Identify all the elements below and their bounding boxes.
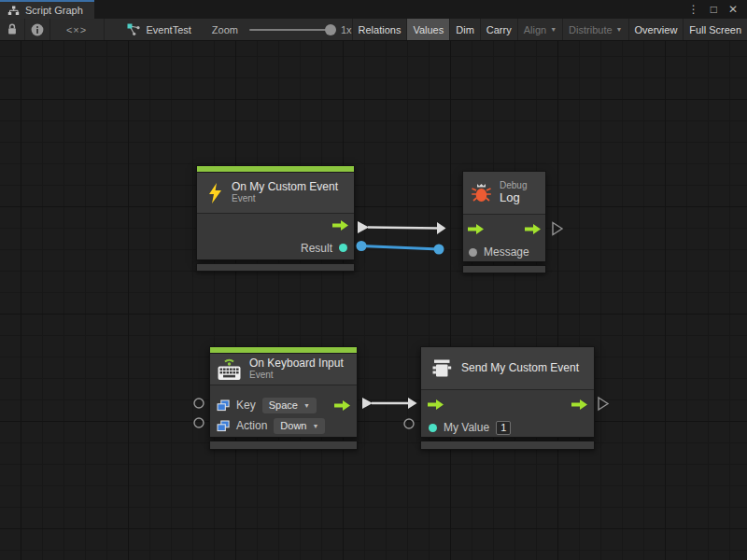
bug-icon [471,182,492,203]
align-dropdown[interactable]: Align ▼ [517,19,562,40]
unconnected-port-key [194,399,204,408]
node-title: On My Custom Event [232,181,338,194]
graph-asset-icon [127,23,141,36]
node-send-my-custom-event[interactable]: Send My Custom Event My Value 1 [420,346,595,450]
action-dropdown[interactable]: Down ▼ [274,418,325,434]
values-toggle[interactable]: Values [406,19,449,40]
key-port-label: Key [236,399,256,412]
flow-output-port[interactable] [334,400,350,411]
keyboard-icon [217,357,242,381]
flow-continuation-icon [599,398,608,410]
node-footer [196,263,355,272]
node-footer [420,441,595,450]
value-input-port[interactable] [469,248,477,257]
value-output-port[interactable] [339,244,347,252]
code-icon: <×> [66,24,87,35]
lock-icon [7,23,18,35]
event-accent-strip [197,166,354,173]
zoom-value: 1x [341,24,352,35]
overview-button[interactable]: Overview [628,19,684,40]
node-debug-log[interactable]: Debug Log Message [462,171,546,273]
flow-output-port[interactable] [525,224,541,234]
my-value-input[interactable]: 1 [496,421,511,435]
message-port-label: Message [484,245,529,259]
graph-name: EventTest [147,24,191,35]
chevron-down-icon: ▼ [312,423,318,429]
chevron-down-icon: ▼ [550,26,557,33]
chevron-down-icon: ▼ [616,26,623,33]
flow-output-port[interactable] [332,220,348,231]
distribute-dropdown[interactable]: Distribute ▼ [562,19,627,40]
flow-input-port[interactable] [468,224,484,234]
window-close-button[interactable]: ✕ [725,4,741,15]
flow-input-port[interactable] [428,399,444,410]
zoom-label: Zoom [212,24,238,35]
node-footer [462,265,546,273]
value-input-port[interactable] [429,424,437,432]
node-on-my-custom-event[interactable]: On My Custom Event Event Result [196,165,355,272]
relations-toggle[interactable]: Relations [352,19,407,40]
key-type-icon [217,399,230,412]
code-preview-button[interactable]: <×> [50,19,105,40]
event-machine-icon [431,358,453,378]
event-accent-strip [210,347,357,354]
connections-layer [0,41,747,560]
graph-canvas[interactable]: On My Custom Event Event Result [0,41,747,560]
dim-toggle[interactable]: Dim [449,19,480,40]
info-icon [31,23,44,36]
node-title: Log [500,191,527,205]
node-title: Send My Custom Event [461,362,579,375]
tab-script-graph[interactable]: Script Graph [0,0,94,19]
fullscreen-button[interactable]: Full Screen [683,19,747,40]
node-on-keyboard-input[interactable]: On Keyboard Input Event Key Space ▼ [209,346,358,450]
lock-button[interactable] [0,19,25,40]
connection-flow-custom-event-to-log [358,221,446,234]
lightning-icon [207,183,223,203]
node-subtitle: Event [232,193,338,204]
flow-output-port[interactable] [571,399,587,410]
graph-toolbar: <×> EventTest Zoom 1x Relations Values D… [0,19,747,41]
graph-breadcrumb[interactable]: EventTest [127,19,191,40]
window-titlebar: Script Graph ⋮ □ ✕ [0,0,747,19]
window-menu-button[interactable]: ⋮ [684,4,703,15]
zoom-slider[interactable] [249,29,331,31]
node-subtitle: Event [249,370,344,381]
connection-value-result-to-message [357,241,444,255]
connection-flow-keyboard-to-send [362,398,417,409]
graph-hierarchy-icon [7,6,20,16]
node-title: On Keyboard Input [249,357,344,371]
unconnected-port-my-value [404,419,414,428]
unconnected-port-action [194,418,204,427]
node-footer [209,441,358,450]
zoom-slider-handle[interactable] [325,24,336,35]
tab-title: Script Graph [25,5,83,16]
action-type-icon [217,420,230,432]
my-value-port-label: My Value [444,421,489,434]
inspect-button[interactable] [25,19,50,40]
carry-toggle[interactable]: Carry [480,19,517,40]
flow-continuation-icon [553,223,562,235]
action-port-label: Action [236,419,267,432]
key-dropdown[interactable]: Space ▼ [262,398,317,413]
chevron-down-icon: ▼ [303,402,310,409]
result-port-label: Result [301,242,332,255]
window-maximize-button[interactable]: □ [707,4,721,15]
